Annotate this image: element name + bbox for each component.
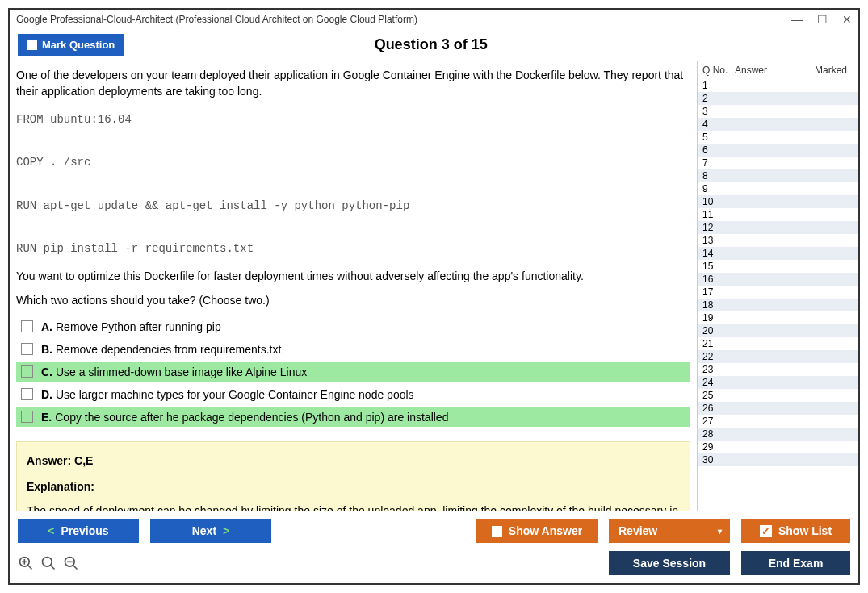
header: Mark Question Question 3 of 15 — [10, 29, 858, 61]
end-exam-button[interactable]: End Exam — [741, 551, 850, 575]
question-area[interactable]: One of the developers on your team deplo… — [10, 61, 697, 511]
option-E[interactable]: E. Copy the source after he package depe… — [16, 407, 690, 427]
save-session-button[interactable]: Save Session — [609, 551, 730, 575]
option-checkbox[interactable] — [21, 320, 33, 332]
explanation-label: Explanation: — [27, 478, 680, 495]
nav-row[interactable]: 19 — [698, 311, 858, 324]
nav-row[interactable]: 28 — [698, 428, 858, 441]
option-checkbox[interactable] — [21, 365, 33, 378]
window-title: Google Professional-Cloud-Architect (Pro… — [16, 14, 791, 25]
previous-label: Previous — [61, 524, 109, 537]
answer-box: Answer: C,E Explanation: The speed of de… — [16, 441, 690, 511]
show-answer-label: Show Answer — [509, 524, 582, 537]
option-text: Use a slimmed-down base image like Alpin… — [56, 365, 307, 378]
nav-row[interactable]: 1 — [698, 79, 858, 92]
nav-row[interactable]: 6 — [698, 144, 858, 157]
show-answer-button[interactable]: Show Answer — [476, 519, 598, 543]
show-list-button[interactable]: ✓ Show List — [741, 519, 850, 543]
nav-row[interactable]: 17 — [698, 286, 858, 299]
chevron-right-icon: > — [223, 524, 229, 537]
option-B[interactable]: B. Remove dependencies from requirements… — [16, 340, 690, 359]
previous-button[interactable]: < Previous — [18, 519, 139, 543]
options-list: A. Remove Python after running pipB. Rem… — [16, 317, 690, 427]
nav-row[interactable]: 23 — [698, 363, 858, 376]
explanation-text: The speed of deployment can be changed b… — [27, 502, 680, 511]
close-icon[interactable]: ✕ — [842, 13, 852, 26]
review-dropdown[interactable]: Review ▾ — [609, 519, 730, 543]
content: One of the developers on your team deplo… — [10, 61, 858, 511]
chevron-left-icon: < — [48, 524, 54, 537]
save-session-label: Save Session — [633, 557, 706, 570]
app-window: Google Professional-Cloud-Architect (Pro… — [8, 8, 860, 585]
option-checkbox[interactable] — [21, 343, 33, 355]
nav-row[interactable]: 5 — [698, 131, 858, 144]
chevron-down-icon: ▾ — [718, 527, 722, 536]
nav-row[interactable]: 21 — [698, 337, 858, 350]
option-D[interactable]: D. Use larger machine types for your Goo… — [16, 385, 690, 404]
option-A[interactable]: A. Remove Python after running pip — [16, 317, 690, 336]
nav-row[interactable]: 11 — [698, 208, 858, 221]
question-nav-panel: Q No. Answer Marked 12345678910111213141… — [697, 61, 858, 511]
option-text: Copy the source after he package depende… — [55, 411, 448, 424]
nav-row[interactable]: 22 — [698, 350, 858, 363]
next-label: Next — [192, 524, 216, 537]
svg-line-1 — [28, 566, 32, 570]
option-text: Remove dependencies from requirements.tx… — [56, 343, 281, 356]
col-qno: Q No. — [702, 65, 735, 76]
nav-row[interactable]: 13 — [698, 234, 858, 247]
option-letter: C. — [41, 365, 52, 378]
svg-point-4 — [43, 558, 52, 567]
nav-row[interactable]: 8 — [698, 169, 858, 182]
checkbox-icon — [492, 526, 502, 537]
option-letter: A. — [41, 320, 52, 333]
checked-icon: ✓ — [760, 525, 772, 537]
question-followup1: You want to optimize this Dockerfile for… — [16, 269, 690, 285]
footer-row-2: Save Session End Exam — [18, 551, 850, 575]
zoom-in-icon[interactable] — [18, 555, 34, 571]
minimize-icon[interactable]: — — [791, 13, 803, 26]
svg-line-5 — [51, 566, 55, 570]
option-letter: B. — [41, 343, 52, 356]
svg-line-7 — [73, 566, 78, 570]
nav-list[interactable]: 1234567891011121314151617181920212223242… — [698, 79, 858, 511]
nav-row[interactable]: 20 — [698, 324, 858, 337]
col-marked: Marked — [799, 65, 853, 76]
next-button[interactable]: Next > — [150, 519, 271, 543]
nav-row[interactable]: 25 — [698, 389, 858, 402]
option-C[interactable]: C. Use a slimmed-down base image like Al… — [16, 362, 690, 382]
nav-row[interactable]: 10 — [698, 195, 858, 208]
nav-row[interactable]: 24 — [698, 376, 858, 389]
option-letter: D. — [41, 388, 52, 401]
zoom-controls — [18, 555, 79, 571]
question-counter: Question 3 of 15 — [11, 36, 850, 53]
option-checkbox[interactable] — [21, 388, 33, 400]
option-checkbox[interactable] — [21, 411, 33, 423]
end-exam-label: End Exam — [769, 557, 824, 570]
titlebar: Google Professional-Cloud-Architect (Pro… — [10, 10, 858, 29]
maximize-icon[interactable]: ☐ — [817, 13, 828, 26]
nav-header: Q No. Answer Marked — [698, 61, 858, 79]
nav-row[interactable]: 15 — [698, 260, 858, 273]
nav-row[interactable]: 7 — [698, 157, 858, 169]
nav-row[interactable]: 9 — [698, 182, 858, 195]
footer-row-1: < Previous Next > Show Answer Review ▾ ✓… — [18, 519, 850, 543]
show-list-label: Show List — [778, 524, 832, 537]
nav-row[interactable]: 26 — [698, 402, 858, 415]
nav-row[interactable]: 12 — [698, 221, 858, 234]
nav-row[interactable]: 3 — [698, 105, 858, 118]
zoom-out-icon[interactable] — [63, 555, 79, 571]
nav-row[interactable]: 30 — [698, 453, 858, 466]
nav-row[interactable]: 14 — [698, 247, 858, 260]
review-label: Review — [619, 524, 657, 537]
nav-row[interactable]: 29 — [698, 441, 858, 453]
option-letter: E. — [41, 411, 52, 424]
nav-row[interactable]: 27 — [698, 415, 858, 428]
nav-row[interactable]: 4 — [698, 118, 858, 131]
question-intro: One of the developers on your team deplo… — [16, 68, 690, 99]
nav-row[interactable]: 2 — [698, 92, 858, 105]
nav-row[interactable]: 16 — [698, 273, 858, 286]
answer-line: Answer: C,E — [27, 452, 680, 470]
zoom-reset-icon[interactable] — [40, 555, 57, 571]
nav-row[interactable]: 18 — [698, 299, 858, 311]
dockerfile-code: FROM ubuntu:16.04 COPY . /src RUN apt-ge… — [16, 109, 690, 259]
